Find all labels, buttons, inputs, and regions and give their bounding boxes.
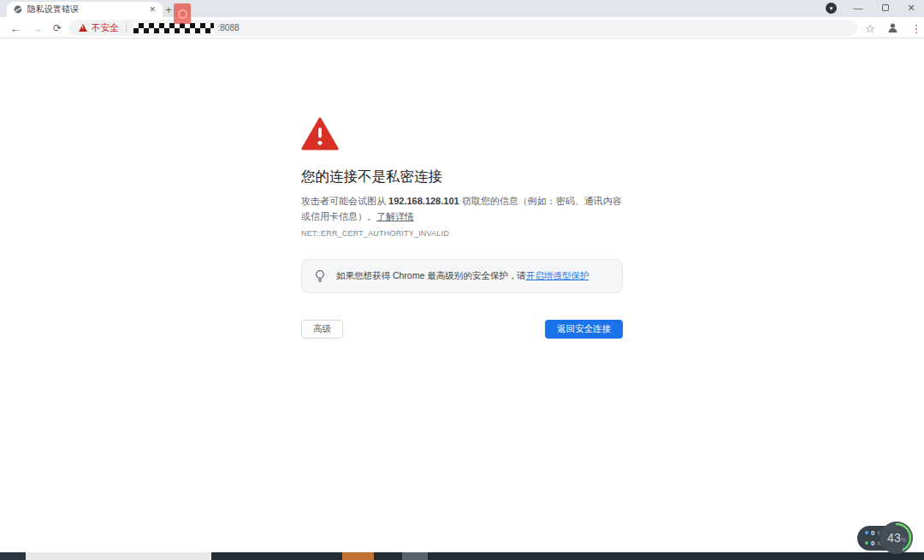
speed-memory-widget[interactable]: 0 K/s 0 K/s 43 % [856,522,914,554]
profile-avatar-icon[interactable] [886,21,899,38]
bookmark-star-icon[interactable]: ☆ [862,21,878,36]
enhanced-protection-link[interactable]: 开启增强型保护 [526,270,589,280]
tab-close-icon[interactable]: ✕ [149,5,156,14]
taskbar-dark-segment [374,552,402,560]
kebab-menu-icon[interactable]: ⋮ [909,21,924,36]
reload-icon[interactable]: ⟳ [50,21,65,36]
not-secure-warning-icon [79,24,87,32]
lightbulb-icon [314,269,326,284]
taskbar-light-window-segment[interactable] [26,552,211,560]
back-to-safety-button[interactable]: 返回安全连接 [545,320,623,339]
url-port-text: :8088 [218,23,240,32]
upload-dot-icon [865,531,868,534]
tip-text: 如果您想获得 Chrome 最高级别的安全保护，请开启增强型保护 [336,270,589,282]
upload-value: 0 [871,529,874,537]
ssl-warning-triangle-icon [301,117,339,154]
button-row: 高级 返回安全连接 [301,320,623,339]
download-value: 0 [871,539,874,547]
attacker-host: 192.168.128.101 [388,196,459,206]
magnifier-ring-icon [178,9,187,19]
back-icon[interactable]: ← [8,21,23,36]
memory-arc-icon [880,522,913,554]
enhanced-protection-tip-box: 如果您想获得 Chrome 最高级别的安全保护，请开启增强型保护 [301,259,623,293]
learn-more-link[interactable]: 了解详情 [376,211,414,221]
address-bar-separator [126,23,127,32]
tab-favicon-globe-icon [14,5,22,14]
desc-prefix: 攻击者可能会试图从 [301,196,388,206]
taskbar-hover-app-segment[interactable] [402,552,428,560]
window-minimize-button[interactable]: — [852,2,864,14]
censored-host-block [133,23,214,33]
window-maximize-button[interactable] [880,2,891,14]
floating-search-overlay-icon[interactable] [174,3,191,24]
taskbar-active-app-orange-segment[interactable] [342,552,374,560]
page-title: 您的连接不是私密连接 [301,168,442,186]
tab-title: 隐私设置错误 [27,3,144,15]
error-code: NET::ERR_CERT_AUTHORITY_INVALID [301,229,449,238]
taskbar-dark-segment [428,552,924,560]
download-dot-icon [865,541,868,545]
taskbar-dark-segment [211,552,342,560]
overlay-toggle-chevron-icon[interactable]: ▾ [826,3,837,14]
forward-icon[interactable]: → [29,21,44,36]
taskbar-segment-start[interactable] [0,552,26,560]
maximize-square-icon [882,4,889,11]
window-close-button[interactable]: ✕ [905,2,917,14]
not-secure-label[interactable]: 不安全 [92,22,119,34]
error-description: 攻击者可能会试图从 192.168.128.101 窃取您的信息（例如：密码、通… [301,194,625,224]
memory-usage-ball[interactable]: 43 % [880,522,913,554]
browser-tab[interactable]: 隐私设置错误 ✕ [7,2,163,17]
advanced-button[interactable]: 高级 [301,320,343,339]
tip-prefix: 如果您想获得 Chrome 最高级别的安全保护，请 [336,270,526,280]
